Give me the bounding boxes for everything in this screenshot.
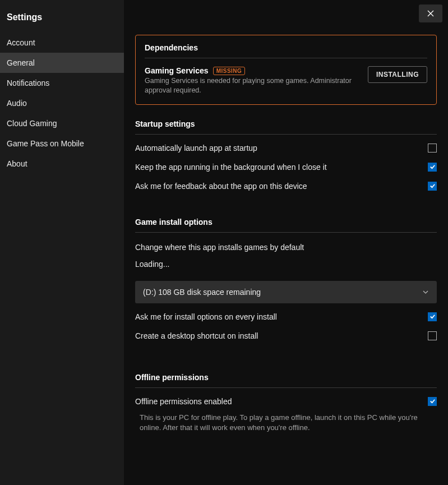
loading-text: Loading... — [135, 260, 437, 269]
install-drive-dropdown[interactable]: (D:) 108 GB disk space remaining — [135, 281, 437, 303]
checkbox-offline-permissions[interactable] — [428, 397, 437, 406]
close-button[interactable] — [419, 4, 442, 22]
dependencies-heading: Dependencies — [145, 43, 427, 58]
install-change-text: Change where this app installs games by … — [135, 243, 437, 252]
option-label: Create a desktop shortcut on install — [135, 331, 258, 340]
option-label: Keep the app running in the background w… — [135, 163, 327, 172]
dependencies-panel: Dependencies Gaming Services MISSING Gam… — [135, 35, 437, 105]
installing-button[interactable]: INSTALLING — [368, 66, 427, 83]
checkbox-keep-running-background[interactable] — [428, 163, 437, 172]
sidebar-item-about[interactable]: About — [0, 154, 124, 174]
offline-heading: Offline permissions — [135, 373, 437, 388]
sidebar-item-audio[interactable]: Audio — [0, 93, 124, 113]
offline-description: This is your PC for offline play. To pla… — [135, 413, 437, 433]
checkbox-launch-at-startup[interactable] — [428, 144, 437, 153]
startup-heading: Startup settings — [135, 119, 437, 135]
dependency-name: Gaming Services — [145, 66, 209, 75]
checkbox-ask-install-options[interactable] — [428, 312, 437, 321]
option-desktop-shortcut: Create a desktop shortcut on install — [135, 322, 437, 341]
missing-badge: MISSING — [213, 67, 246, 75]
option-label: Ask me for install options on every inst… — [135, 312, 277, 321]
settings-main: Dependencies Gaming Services MISSING Gam… — [124, 0, 448, 485]
option-ask-feedback: Ask me for feedback about the app on thi… — [135, 173, 437, 192]
option-launch-at-startup: Automatically launch app at startup — [135, 135, 437, 154]
option-label: Automatically launch app at startup — [135, 144, 257, 153]
sidebar-item-notifications[interactable]: Notifications — [0, 73, 124, 93]
option-label: Offline permissions enabled — [135, 397, 232, 406]
install-options-heading: Game install options — [135, 218, 437, 233]
option-label: Ask me for feedback about the app on thi… — [135, 182, 307, 191]
chevron-down-icon — [422, 289, 429, 295]
sidebar-item-game-pass-mobile[interactable]: Game Pass on Mobile — [0, 133, 124, 154]
close-icon — [427, 10, 434, 17]
option-offline-permissions: Offline permissions enabled — [135, 388, 437, 407]
sidebar-item-general[interactable]: General — [0, 53, 124, 73]
sidebar-item-cloud-gaming[interactable]: Cloud Gaming — [0, 113, 124, 133]
dependency-description: Gaming Services is needed for playing so… — [145, 76, 361, 95]
settings-sidebar: Settings Account General Notifications A… — [0, 0, 124, 485]
checkbox-desktop-shortcut[interactable] — [428, 331, 437, 340]
sidebar-title: Settings — [0, 10, 124, 33]
option-keep-running-background: Keep the app running in the background w… — [135, 154, 437, 173]
checkbox-ask-feedback[interactable] — [428, 182, 437, 191]
sidebar-item-account[interactable]: Account — [0, 33, 124, 53]
option-ask-install-options: Ask me for install options on every inst… — [135, 303, 437, 322]
dropdown-value: (D:) 108 GB disk space remaining — [143, 288, 261, 297]
